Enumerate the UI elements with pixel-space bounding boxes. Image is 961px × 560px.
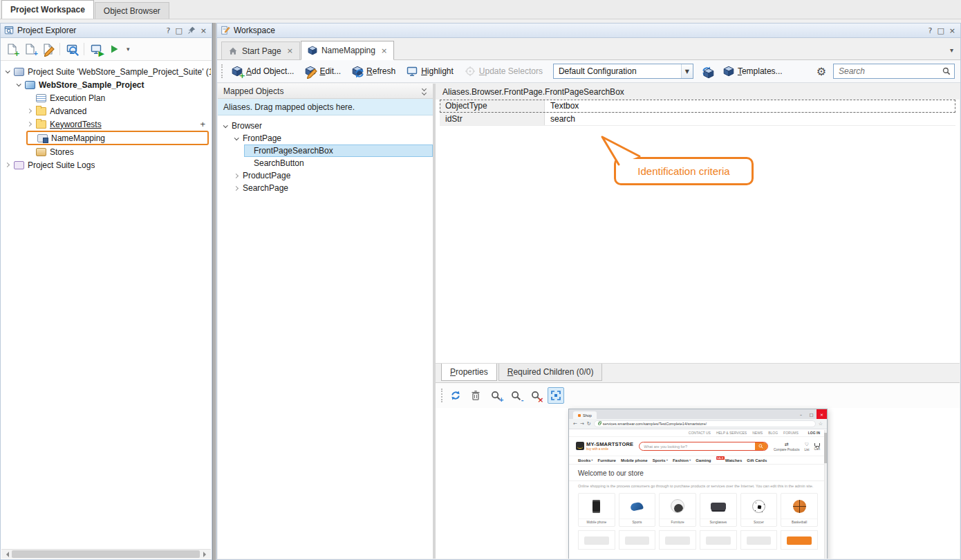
close-tab-icon[interactable]: × (381, 46, 387, 55)
toolbar-grip[interactable] (221, 64, 224, 78)
bookmark-icon: ☆ (819, 421, 823, 427)
preview-nav-item: Gift Cards (747, 458, 767, 463)
project-tree-item[interactable]: Stores (26, 145, 211, 158)
product-image (619, 494, 655, 519)
project-tree-item[interactable]: KeywordTests + (26, 118, 211, 131)
run-options-dropdown[interactable]: ▾ (124, 46, 133, 53)
zoom-in-button[interactable]: + (487, 387, 504, 404)
run-test-button[interactable]: ▶ (88, 41, 104, 57)
properties-tab[interactable]: Properties (441, 364, 497, 381)
alias-tree-item[interactable]: FrontPage (233, 132, 433, 144)
identification-criteria-callout: Identification criteria (614, 157, 754, 185)
sale-badge: SALE (716, 456, 725, 460)
preview-header-link: List (804, 442, 809, 451)
zoom-out-button[interactable]: - (507, 387, 524, 404)
ObjectType[interactable]: ObjectType Textbox (440, 100, 955, 113)
property-value[interactable]: search (545, 113, 955, 125)
workspace-switch-tab[interactable]: Project Workspace (1, 0, 94, 19)
organize-tests-button[interactable] (64, 41, 80, 57)
close-tab-icon[interactable]: × (287, 46, 293, 55)
collapse-panel-icon[interactable] (422, 87, 427, 95)
help-button[interactable]: ? (167, 26, 171, 35)
project-tree-item[interactable]: Advanced (26, 104, 211, 118)
search-input[interactable] (839, 66, 942, 76)
properties-tab[interactable]: Required Children (0/0) (498, 364, 603, 381)
alias-tree-item[interactable]: SearchPage (233, 182, 433, 194)
highlight-button[interactable]: Highlight (403, 64, 457, 78)
fit-to-window-button[interactable] (548, 387, 564, 404)
sync-configuration-button[interactable] (698, 64, 716, 78)
project-tree-item[interactable]: WebStore_Sample_Project (15, 78, 211, 91)
project-tree-item[interactable]: Execution Plan (26, 91, 211, 104)
help-button[interactable]: ? (929, 26, 933, 35)
expander-icon[interactable] (27, 122, 32, 127)
maximize-button[interactable]: □ (175, 26, 182, 35)
aliases-hint-bar[interactable]: Aliases. Drag mapped objects here. (218, 99, 433, 115)
object-preview-image[interactable]: Shop – □ × ← → ↻ (568, 409, 828, 559)
expander-icon[interactable] (27, 109, 32, 113)
expander-icon[interactable] (223, 123, 228, 128)
scroll-right-button[interactable] (201, 550, 211, 559)
preview-product-card: Furniture (659, 493, 696, 527)
refresh-button[interactable]: Refresh (348, 64, 399, 78)
add-new-item-button[interactable]: + (3, 41, 20, 57)
search-box (833, 64, 955, 79)
expander-icon[interactable] (234, 185, 239, 190)
project-tree-item[interactable]: Project Suite Logs (4, 158, 211, 171)
tab-list-dropdown[interactable]: ▾ (947, 46, 956, 59)
zoom-reset-button[interactable]: × (528, 387, 544, 404)
maximize-icon: □ (806, 409, 817, 419)
tree-item-label: Project Suite Logs (28, 160, 95, 170)
run-project-button[interactable] (106, 41, 122, 57)
document-tab[interactable]: NameMapping × (301, 41, 394, 60)
alias-tree-item[interactable]: ProductPage (233, 169, 433, 182)
toolbar-grip[interactable] (441, 389, 444, 402)
edit-button[interactable]: Edit... (301, 64, 344, 78)
preview-nav-item: Gaming (696, 458, 711, 463)
refresh-image-button[interactable] (447, 387, 464, 404)
delete-image-button[interactable] (467, 387, 484, 404)
expander-icon[interactable] (6, 68, 10, 73)
close-button[interactable]: × (200, 26, 207, 35)
add-child-button[interactable]: + (200, 119, 211, 129)
pin-icon[interactable] (187, 26, 196, 35)
scrollbar-thumb[interactable] (12, 550, 200, 558)
add-object-button[interactable]: + Add Object... (228, 64, 297, 78)
chevron-down-icon[interactable]: ▼ (681, 64, 693, 78)
preview-product-card: Mobile phone (578, 493, 615, 527)
product-card-partial (619, 530, 656, 550)
alias-tree-item[interactable]: FrontPageSearchBox (244, 144, 433, 157)
tree-item-label: Advanced (50, 106, 86, 116)
search-icon (942, 67, 951, 75)
edit-item-button[interactable] (39, 41, 56, 57)
preview-topbar: CONTACT USHELP & SERVICESNEWSBLOGFORUMSL… (569, 429, 827, 437)
configuration-select[interactable]: Default Configuration ▼ (553, 64, 693, 79)
templates-button[interactable]: Templates... (720, 64, 786, 78)
gear-icon[interactable]: ⚙ (814, 65, 829, 78)
expander-icon[interactable] (234, 173, 239, 178)
document-tab[interactable]: Start Page × (221, 41, 300, 59)
workspace-header: Workspace ? □ × (217, 24, 960, 38)
maximize-button[interactable]: □ (937, 26, 944, 35)
tree-item-icon (14, 161, 24, 169)
idStr[interactable]: idStr search (440, 113, 955, 126)
panel-title: Workspace (234, 26, 925, 35)
close-button[interactable]: × (949, 26, 955, 35)
alias-tree-item[interactable]: Browser (222, 120, 433, 132)
preview-product-card: Sunglasses (700, 493, 737, 527)
preview-nav-item: Sports (653, 458, 668, 463)
project-tree-item[interactable]: Project Suite 'WebStore_Sample_Project_S… (4, 65, 211, 78)
back-icon: ← (573, 421, 577, 427)
namemapping-body: Mapped Objects Aliases. Drag mapped obje… (218, 84, 960, 559)
property-value[interactable]: Textbox (545, 100, 955, 112)
expander-icon[interactable] (234, 136, 239, 140)
alias-tree-item[interactable]: SearchButton (244, 157, 433, 169)
workspace-switch-tab[interactable]: Object Browser (95, 2, 169, 19)
preview-nav-item: Furniture (598, 458, 616, 463)
add-existing-item-button[interactable]: + (21, 41, 38, 57)
project-tree-item[interactable]: NameMapping (26, 131, 209, 145)
expander-icon[interactable] (17, 82, 21, 86)
horizontal-scrollbar[interactable] (1, 549, 211, 559)
expander-icon[interactable] (5, 162, 10, 167)
scroll-left-button[interactable] (1, 550, 11, 559)
